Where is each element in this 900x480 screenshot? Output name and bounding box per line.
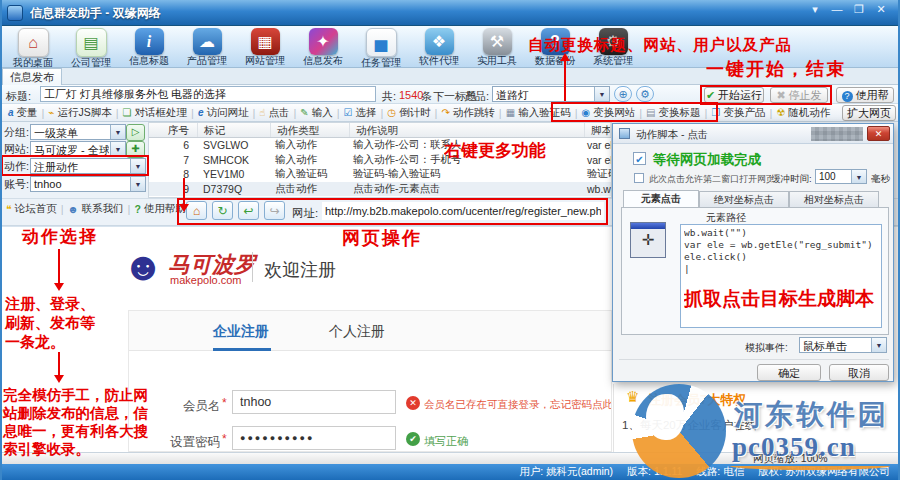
buffer-label: 缓冲时间:	[771, 173, 812, 186]
privilege-item: 1、每天20万企业客户在线	[622, 418, 892, 433]
dialog-close-button[interactable]: ✕	[867, 126, 890, 141]
annotation-arrow-line	[183, 178, 185, 204]
annotation-arrow-line	[58, 352, 60, 375]
action-switch-site[interactable]: ◉变换网站	[578, 106, 640, 120]
chevron-down-icon: ▼	[110, 125, 125, 139]
help-button[interactable]: ?使用帮助	[836, 87, 894, 103]
tab-element-click[interactable]: 元素点击	[623, 190, 699, 208]
toolbar-item-company[interactable]: ▤公司管理	[62, 26, 120, 69]
toolbar-item-tools[interactable]: ⚒实用工具	[468, 26, 526, 67]
zoom-label: 网页缩放:	[753, 452, 798, 464]
table-row-selected[interactable]: 9D7379Q点击动作点击动作-元素点击wb.wa	[149, 182, 611, 197]
expand-page-button[interactable]: 扩大网页	[842, 105, 896, 121]
table-row[interactable]: 8YEV1M0输入验证码验证码-输入验证码验证码	[149, 167, 611, 182]
action-select[interactable]: ☑选择	[340, 106, 381, 120]
add-site-button[interactable]: ✚	[126, 141, 145, 158]
pencil-icon: ✎	[300, 107, 308, 118]
site-select[interactable]: 马可波罗 - 全球领先▼	[30, 141, 126, 157]
code-line: var ele = wb.getEle("reg_submit")	[684, 239, 878, 251]
chevron-down-icon: ▼	[110, 142, 125, 156]
window-titlebar: 信息群发助手 - 双缘网络 ▾—❐✕	[0, 0, 900, 26]
action-select-dropdown[interactable]: 注册动作▼	[30, 158, 146, 174]
person-icon: ☻	[68, 203, 79, 215]
cancel-button[interactable]: 取消	[829, 364, 889, 381]
annotation-imitate: 完全模仿手工，防止网站删除发布的信息，信息唯一，更有利各大搜索引擎收录。	[3, 386, 149, 458]
action-random[interactable]: ☢随机动作	[772, 106, 834, 120]
action-visit-url[interactable]: e访问网址	[194, 106, 253, 120]
action-click[interactable]: ☝点击	[255, 106, 293, 120]
variable-icon: a	[8, 107, 14, 118]
tab-relative-click[interactable]: 相对坐标点击	[789, 191, 879, 208]
action-jump[interactable]: ↷动作跳转	[437, 106, 498, 120]
minimize-icon[interactable]: —	[826, 3, 848, 15]
element-path-code[interactable]: wb.wait("") var ele = wb.getEle("reg_sub…	[680, 224, 882, 328]
app-icon	[7, 5, 23, 21]
refresh-button[interactable]: ↻	[212, 201, 233, 220]
toolbar-item-publish[interactable]: ✦信息发布	[294, 26, 352, 67]
simulate-event-select[interactable]: 鼠标单击▼	[799, 337, 887, 353]
mosaic-blur	[811, 127, 863, 141]
group-select[interactable]: 一级菜单▼	[30, 124, 126, 140]
member-name-input[interactable]	[232, 390, 396, 414]
toolbar-item-task[interactable]: ▅任务管理	[352, 26, 410, 69]
contact-us-button[interactable]: ☻联系我们	[64, 202, 128, 216]
required-mark: *	[222, 396, 227, 410]
jump-icon: ↷	[441, 107, 449, 118]
close-icon[interactable]: ✕	[870, 3, 892, 16]
member-error-message[interactable]: 会员名已存在可直接登录，忘记密码点此处找回	[424, 398, 611, 412]
action-dialog-handle[interactable]: ❏对话框处理	[119, 106, 191, 120]
toolbar-item-product[interactable]: ☁产品管理	[178, 26, 236, 67]
tab-absolute-click[interactable]: 绝对坐标点击	[699, 191, 789, 208]
play-button[interactable]: ▷	[126, 124, 145, 141]
chevron-down-icon: ▼	[130, 159, 145, 173]
agent-icon: ❖	[425, 28, 454, 55]
dialog-titlebar: 动作脚本 - 点击 ✕	[613, 124, 893, 144]
action-countdown[interactable]: ◷倒计时	[383, 106, 434, 120]
maximize-icon[interactable]: ❐	[848, 3, 870, 16]
plus-icon: ⊕	[618, 88, 627, 100]
toolbar-item-desktop[interactable]: ⌂我的桌面	[4, 26, 62, 69]
code-line: wb.wait("")	[684, 227, 878, 239]
start-run-button[interactable]: ✔开始运行	[704, 87, 764, 103]
toolbar-item-agent[interactable]: ❖软件代理	[410, 26, 468, 67]
password-input[interactable]	[232, 426, 396, 450]
annotation-arrow-line	[564, 60, 566, 101]
url-input[interactable]	[322, 202, 604, 220]
account-select[interactable]: tnhoo▼	[30, 176, 146, 192]
tab-company-register[interactable]: 企业注册	[213, 323, 269, 341]
product-select[interactable]: 道路灯▼	[492, 86, 610, 102]
ok-button[interactable]: 确定	[757, 364, 821, 381]
action-switch-product[interactable]: ❒变换产品	[707, 106, 769, 120]
action-run-js[interactable]: ⌁运行JS脚本	[44, 106, 115, 120]
dialog-icon: ❏	[123, 107, 132, 118]
wait-load-label: 等待网页加载完成	[653, 151, 761, 169]
tab-info-publish[interactable]: 信息发布	[2, 68, 62, 85]
tools-icon: ⚒	[483, 28, 512, 55]
page-zoom: 网页缩放: 100%	[753, 452, 828, 466]
product-settings-button[interactable]: ⚙	[636, 86, 654, 102]
buffer-select[interactable]: 100▼	[815, 169, 867, 184]
wait-load-checkbox[interactable]: ✔	[633, 152, 646, 165]
forward-button[interactable]: ↪	[264, 201, 285, 220]
title-input[interactable]	[40, 86, 376, 102]
status-bar: 用户: 姚科元(admin) 版本: 1.1.11 线路: 电信 版权: 苏州双…	[0, 464, 900, 480]
action-variable[interactable]: a变量	[4, 106, 42, 120]
stop-publish-button[interactable]: ✖停止发布	[770, 87, 828, 103]
second-window-checkbox[interactable]	[634, 173, 644, 183]
action-input[interactable]: ✎输入	[296, 106, 336, 120]
annotation-web-op: 网页操作	[342, 227, 422, 250]
toolbar-item-title[interactable]: i信息标题	[120, 26, 178, 67]
tab-content: ✛ 元素路径 wb.wait("") var ele = wb.getEle("…	[621, 207, 889, 335]
add-product-button[interactable]: ⊕	[614, 86, 632, 102]
tab-personal-register[interactable]: 个人注册	[329, 323, 385, 341]
action-captcha[interactable]: ▦输入验证码	[502, 106, 575, 120]
account-label: 账号:	[4, 177, 30, 192]
toolbar-item-website[interactable]: ▦网站管理	[236, 26, 294, 67]
simulate-event-label: 模拟事件:	[745, 341, 788, 355]
action-switch-title[interactable]: ▤变换标题	[642, 106, 704, 120]
window-menu-icon[interactable]: ▾	[804, 3, 826, 16]
member-name-label: 会员名	[183, 398, 221, 415]
status-version: 版本: 1.1.11	[627, 465, 682, 479]
forum-home-button[interactable]: ❝论坛首页	[2, 202, 61, 216]
back-button[interactable]: ↩	[238, 201, 259, 220]
